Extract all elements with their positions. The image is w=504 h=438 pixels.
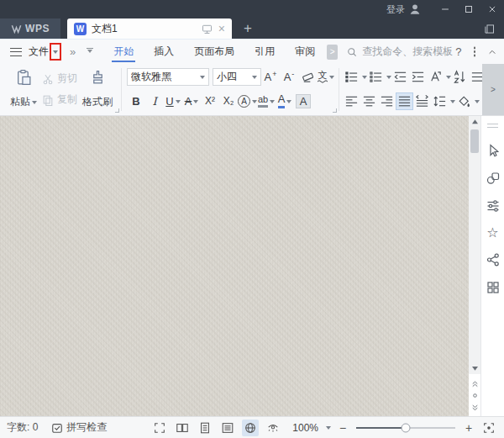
scrollbar-thumb[interactable] <box>470 129 479 153</box>
rail-collapse-handle[interactable] <box>487 124 498 130</box>
font-dialog-launcher[interactable] <box>333 108 337 113</box>
align-left-button[interactable] <box>343 92 360 110</box>
underline-button[interactable]: U <box>164 92 182 110</box>
ribbon-more-button[interactable]: > <box>482 64 504 115</box>
text-effects-dropdown-icon[interactable] <box>252 100 257 106</box>
italic-button[interactable]: I <box>145 92 164 110</box>
decrease-indent-button[interactable] <box>391 68 409 86</box>
outline-view-icon[interactable] <box>219 420 236 436</box>
fullscreen-view-icon[interactable] <box>151 420 168 436</box>
zoom-level[interactable]: 100% <box>292 422 318 434</box>
collapse-ribbon-icon[interactable] <box>487 47 497 57</box>
quick-access-dropdown-icon[interactable] <box>86 48 93 55</box>
quick-access-expand-icon[interactable]: » <box>70 45 76 58</box>
show-paragraph-marks-button[interactable] <box>469 68 482 86</box>
align-center-button[interactable] <box>360 92 378 110</box>
font-size-combo[interactable]: 小四 <box>213 68 261 86</box>
select-cursor-icon[interactable] <box>486 143 501 158</box>
zoom-slider[interactable] <box>356 427 455 429</box>
paste-dropdown-icon[interactable] <box>32 101 37 107</box>
web-view-icon[interactable] <box>242 420 259 436</box>
bullet-list-dropdown-icon[interactable] <box>362 76 367 82</box>
grow-font-button[interactable]: A+ <box>261 68 280 86</box>
distribute-text-button[interactable] <box>413 92 431 110</box>
word-count[interactable]: 字数: 0 <box>7 420 38 435</box>
superscript-button[interactable]: X² <box>201 92 219 110</box>
minimize-button[interactable] <box>433 0 457 18</box>
shading-dropdown-icon[interactable] <box>475 100 480 106</box>
bold-button[interactable]: B <box>127 92 145 110</box>
clear-format-button[interactable] <box>298 68 317 86</box>
app-center-grid-icon[interactable] <box>486 280 501 295</box>
tab-page-layout[interactable]: 页面布局 <box>184 40 244 64</box>
scrollbar-track[interactable] <box>469 116 480 374</box>
favorites-star-icon[interactable]: ☆ <box>486 226 498 240</box>
font-size-dropdown-icon[interactable] <box>252 76 257 82</box>
increase-indent-button[interactable] <box>409 68 427 86</box>
zoom-in-button[interactable]: + <box>463 421 475 435</box>
shapes-icon[interactable] <box>486 171 501 186</box>
line-spacing-button[interactable] <box>431 92 449 110</box>
justify-button[interactable] <box>396 92 413 110</box>
font-color-dropdown-icon[interactable] <box>286 100 291 106</box>
document-canvas[interactable] <box>0 116 469 416</box>
spell-check-toggle[interactable]: 拼写检查 <box>51 420 107 435</box>
new-tab-button[interactable]: + <box>244 18 252 39</box>
document-tab[interactable]: W 文档1 × <box>67 18 232 39</box>
vertical-scrollbar[interactable] <box>469 116 480 416</box>
text-effects-button[interactable]: A <box>238 92 257 110</box>
font-name-dropdown-icon[interactable] <box>200 76 205 82</box>
command-search[interactable]: 查找命令、搜索模板 <box>346 45 453 59</box>
wps-logo[interactable]: WPS <box>0 18 60 39</box>
paste-button[interactable]: 粘贴 <box>7 68 40 110</box>
strikethrough-button[interactable]: A <box>182 92 201 110</box>
more-tabs-button[interactable]: > <box>327 45 338 60</box>
font-name-combo[interactable]: 微软雅黑 <box>127 68 209 86</box>
help-icon[interactable]: ? <box>455 45 461 58</box>
bullet-list-button[interactable] <box>343 68 360 86</box>
shrink-font-button[interactable]: A- <box>280 68 298 86</box>
tab-insert[interactable]: 插入 <box>144 40 184 64</box>
cut-button[interactable]: 剪切 <box>42 71 77 86</box>
previous-page-icon[interactable] <box>470 379 480 388</box>
clipboard-dialog-launcher[interactable] <box>115 108 119 113</box>
page-view-icon[interactable] <box>197 420 213 436</box>
subscript-button[interactable]: X₂ <box>219 92 238 110</box>
tab-references[interactable]: 引用 <box>244 40 285 64</box>
tab-list-icon[interactable] <box>483 18 496 39</box>
zoom-out-button[interactable]: − <box>337 421 349 435</box>
next-page-icon[interactable] <box>470 403 480 412</box>
adjust-sliders-icon[interactable] <box>486 198 501 214</box>
font-color-button[interactable]: A <box>276 92 294 110</box>
hamburger-menu-icon[interactable] <box>10 48 22 56</box>
format-painter-button[interactable]: 格式刷 <box>79 68 116 110</box>
sort-button[interactable] <box>451 68 469 86</box>
text-tool-dropdown-icon[interactable] <box>446 76 451 82</box>
borders-button[interactable] <box>480 92 482 110</box>
more-options-icon[interactable] <box>474 50 476 53</box>
share-icon[interactable] <box>486 252 501 267</box>
login-link[interactable]: 登录 <box>386 3 405 16</box>
numbered-list-button[interactable] <box>367 68 385 86</box>
zoom-dropdown-icon[interactable] <box>326 426 331 432</box>
underline-dropdown-icon[interactable] <box>176 100 181 106</box>
char-shading-button[interactable]: A <box>294 92 312 110</box>
fit-page-icon[interactable] <box>480 420 497 436</box>
align-right-button[interactable] <box>378 92 396 110</box>
scroll-up-icon[interactable] <box>469 116 480 127</box>
text-tool-button[interactable] <box>427 68 444 86</box>
zoom-slider-handle[interactable] <box>402 423 411 432</box>
select-browse-object-icon[interactable] <box>470 391 480 400</box>
user-avatar-icon[interactable] <box>408 3 422 16</box>
pinyin-guide-button[interactable]: 文 <box>317 68 335 86</box>
maximize-button[interactable] <box>457 0 480 18</box>
close-button[interactable] <box>480 0 504 18</box>
strikethrough-dropdown-icon[interactable] <box>193 100 198 106</box>
pinyin-dropdown-icon[interactable] <box>329 76 334 82</box>
highlight-dropdown-icon[interactable] <box>270 100 275 106</box>
eye-protection-icon[interactable] <box>265 420 281 436</box>
shading-button[interactable] <box>455 92 473 110</box>
tab-home[interactable]: 开始 <box>103 40 144 64</box>
file-menu-dropdown-icon[interactable] <box>53 50 58 56</box>
line-spacing-dropdown-icon[interactable] <box>450 100 455 106</box>
